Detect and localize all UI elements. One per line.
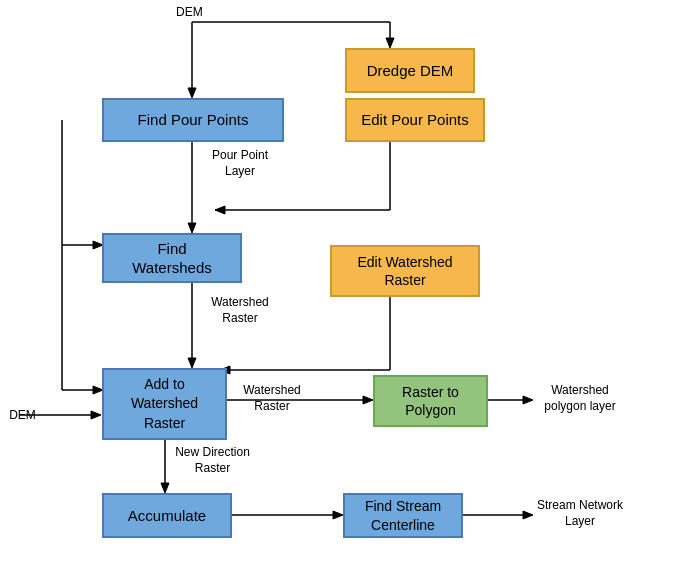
watershed-raster-label-1: Watershed Raster bbox=[200, 295, 280, 326]
direction-raster-label: Direction Raster bbox=[0, 245, 4, 295]
svg-marker-23 bbox=[363, 396, 373, 404]
accumulate-box: Accumulate bbox=[102, 493, 232, 538]
dredge-dem-box: Dredge DEM bbox=[345, 48, 475, 93]
svg-marker-4 bbox=[386, 38, 394, 48]
svg-marker-33 bbox=[523, 511, 533, 519]
diagram: DEM Dredge DEM Find Pour Points Edit Pou… bbox=[0, 0, 698, 585]
svg-marker-27 bbox=[161, 483, 169, 493]
pour-point-layer-label: Pour Point Layer bbox=[200, 148, 280, 179]
stream-network-layer-label: Stream Network Layer bbox=[535, 498, 625, 529]
edit-watershed-raster-box: Edit Watershed Raster bbox=[330, 245, 480, 297]
dem-left-label: DEM bbox=[5, 408, 40, 424]
watershed-polygon-layer-label: Watershed polygon layer bbox=[535, 383, 625, 414]
edit-pour-points-box: Edit Pour Points bbox=[345, 98, 485, 142]
svg-marker-7 bbox=[188, 223, 196, 233]
dem-top-label: DEM bbox=[176, 5, 203, 21]
watershed-raster-label-2: Watershed Raster bbox=[232, 383, 312, 414]
svg-marker-18 bbox=[188, 358, 196, 368]
raster-to-polygon-box: Raster to Polygon bbox=[373, 375, 488, 427]
svg-marker-25 bbox=[523, 396, 533, 404]
svg-marker-1 bbox=[188, 88, 196, 98]
new-direction-raster-label: New Direction Raster bbox=[175, 445, 250, 476]
svg-marker-31 bbox=[333, 511, 343, 519]
find-stream-centerline-box: Find Stream Centerline bbox=[343, 493, 463, 538]
svg-marker-10 bbox=[215, 206, 225, 214]
find-pour-points-box: Find Pour Points bbox=[102, 98, 284, 142]
svg-marker-29 bbox=[91, 411, 101, 419]
find-watersheds-box: Find Watersheds bbox=[102, 233, 242, 283]
add-to-watershed-raster-box: Add to Watershed Raster bbox=[102, 368, 227, 440]
